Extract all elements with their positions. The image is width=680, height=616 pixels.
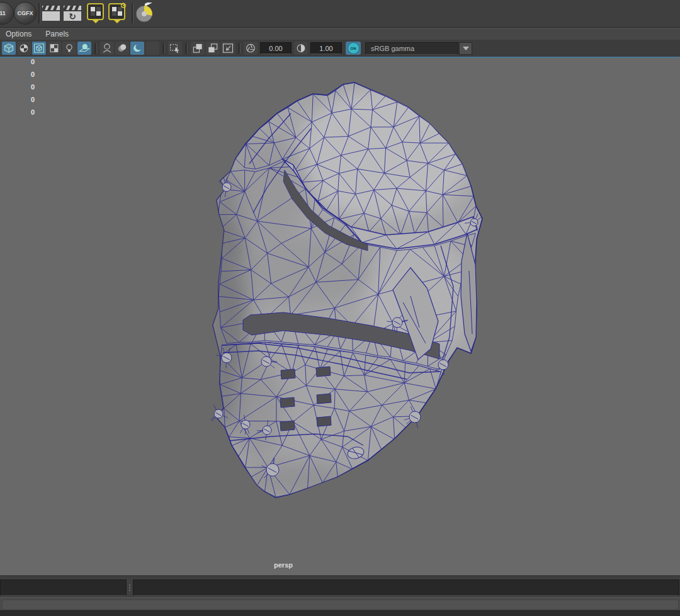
separator — [185, 43, 188, 54]
separator — [238, 43, 241, 54]
shelf-separator — [38, 3, 40, 23]
paint-effects-icon[interactable] — [135, 3, 155, 24]
hud-count: 0 — [31, 68, 35, 81]
poly-count-hud: 00000 — [31, 57, 35, 118]
menu-panels[interactable]: Panels — [45, 30, 69, 38]
on-badge: ON — [348, 42, 360, 54]
svg-text:⚙: ⚙ — [120, 3, 127, 10]
playblast-refresh-icon[interactable]: ↻ — [62, 3, 82, 24]
pan-zoom-icon[interactable] — [221, 42, 235, 55]
time-slider[interactable] — [0, 578, 680, 597]
shelf-separator — [132, 3, 133, 23]
svg-text:↻: ↻ — [69, 11, 76, 21]
shelf-item-cgfx[interactable]: CGFX — [14, 2, 37, 25]
playback-range-track[interactable] — [133, 579, 679, 596]
gamma-field[interactable] — [310, 42, 342, 54]
image-plane-icon[interactable] — [100, 42, 114, 55]
default-material-icon[interactable] — [17, 42, 31, 55]
copy-layer-icon[interactable] — [191, 42, 205, 55]
camera-label: persp — [252, 561, 315, 569]
render-settings-icon[interactable]: ⚙ — [107, 3, 127, 24]
paste-layer-icon[interactable] — [206, 42, 220, 55]
playblast-icon[interactable] — [41, 3, 61, 24]
time-slider-track[interactable] — [0, 579, 127, 596]
motion-blur-icon[interactable] — [145, 42, 159, 55]
hud-count: 0 — [31, 57, 35, 68]
shadows-icon[interactable] — [77, 42, 91, 55]
hud-count: 0 — [31, 106, 35, 118]
helmet-wireframe-model[interactable] — [0, 58, 680, 574]
viewport-panel[interactable]: 00000 persp — [0, 57, 680, 574]
chevron-down-icon — [463, 47, 469, 50]
color-management-toggle[interactable]: ON — [346, 42, 361, 55]
shelf-item-11[interactable]: 11 — [0, 2, 14, 25]
panel-menubar: Options Panels — [0, 28, 680, 40]
panel-toolbar: ON sRGB gamma — [0, 40, 680, 57]
textured-display-icon[interactable] — [32, 42, 46, 55]
shaded-display-icon[interactable] — [2, 42, 16, 55]
ambient-occlusion-icon[interactable] — [130, 42, 144, 55]
smooth-shade-icon[interactable] — [115, 42, 129, 55]
menu-options[interactable]: Options — [6, 30, 31, 38]
hud-count: 0 — [31, 81, 35, 93]
use-default-material-icon[interactable] — [47, 42, 61, 55]
shelf-bar: 11 CGFX ↻ ⚙ — [0, 0, 680, 28]
hud-count: 0 — [31, 93, 35, 106]
render-checker-icon[interactable] — [86, 3, 106, 24]
time-slider-grip[interactable] — [127, 579, 133, 596]
exposure-field[interactable] — [260, 42, 292, 54]
separator — [94, 43, 97, 54]
gamma-icon[interactable] — [294, 42, 308, 55]
exposure-icon[interactable] — [244, 42, 258, 55]
bottom-bar — [0, 610, 680, 616]
isolate-select-icon[interactable] — [168, 42, 182, 55]
range-slider-bar[interactable] — [2, 600, 679, 610]
maya-window: 11 CGFX ↻ ⚙ Options Panels ON sRGB gamma… — [0, 0, 680, 616]
colorspace-dropdown[interactable]: sRGB gamma — [365, 42, 458, 55]
separator — [162, 43, 165, 54]
range-slider[interactable] — [0, 597, 680, 610]
lighting-icon[interactable] — [62, 42, 76, 55]
colorspace-dropdown-arrow[interactable] — [459, 42, 472, 55]
